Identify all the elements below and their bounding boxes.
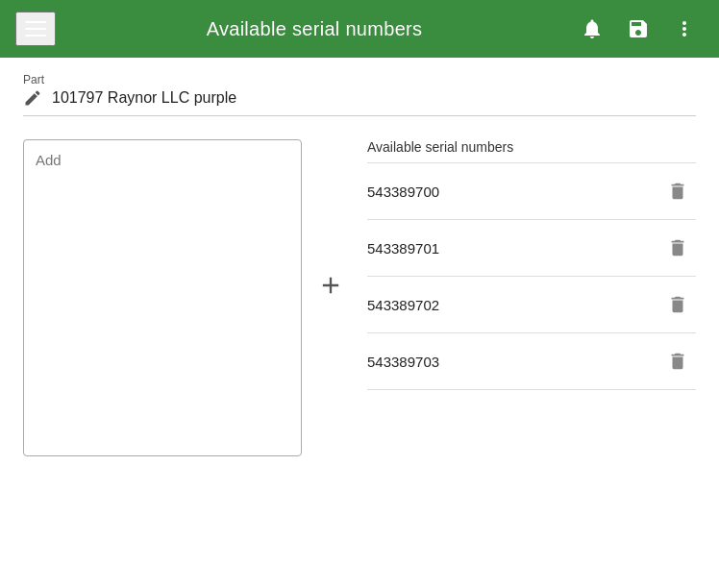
trash-icon-3 — [667, 351, 688, 372]
serial-number-0: 543389700 — [367, 184, 439, 200]
serial-item-0: 543389700 — [367, 163, 696, 220]
content-area: Part 101797 Raynor LLC purple Available … — [0, 58, 719, 472]
serial-number-1: 543389701 — [367, 240, 439, 257]
delete-button-3[interactable] — [659, 347, 696, 376]
serial-number-2: 543389702 — [367, 297, 439, 313]
part-label: Part — [23, 73, 696, 86]
left-panel — [23, 139, 352, 456]
plus-icon — [317, 272, 344, 299]
delete-button-1[interactable] — [659, 233, 696, 262]
header-actions — [573, 10, 704, 48]
serial-item-3: 543389703 — [367, 333, 696, 390]
serial-item-1: 543389701 — [367, 220, 696, 277]
bell-icon — [581, 17, 604, 40]
part-value: 101797 Raynor LLC purple — [52, 89, 236, 107]
trash-icon-1 — [667, 237, 688, 258]
save-button[interactable] — [619, 10, 657, 48]
save-icon — [627, 17, 650, 40]
add-button[interactable] — [310, 264, 352, 306]
trash-icon-2 — [667, 294, 688, 315]
main-area: Available serial numbers 543389700 54338… — [23, 139, 696, 456]
serial-list-title: Available serial numbers — [367, 139, 696, 163]
serial-item-2: 543389702 — [367, 277, 696, 333]
more-button[interactable] — [665, 10, 704, 48]
part-row: 101797 Raynor LLC purple — [23, 88, 696, 116]
part-section: Part 101797 Raynor LLC purple — [23, 73, 696, 116]
app-header: Available serial numbers — [0, 0, 719, 58]
trash-icon-0 — [667, 181, 688, 202]
header-title: Available serial numbers — [56, 18, 573, 40]
delete-button-0[interactable] — [659, 177, 696, 206]
add-textarea[interactable] — [23, 139, 302, 456]
right-panel: Available serial numbers 543389700 54338… — [352, 139, 696, 390]
more-icon — [673, 17, 696, 40]
menu-button[interactable] — [15, 12, 56, 46]
serial-number-3: 543389703 — [367, 354, 439, 370]
bell-button[interactable] — [573, 10, 611, 48]
edit-icon — [23, 88, 42, 108]
delete-button-2[interactable] — [659, 290, 696, 319]
